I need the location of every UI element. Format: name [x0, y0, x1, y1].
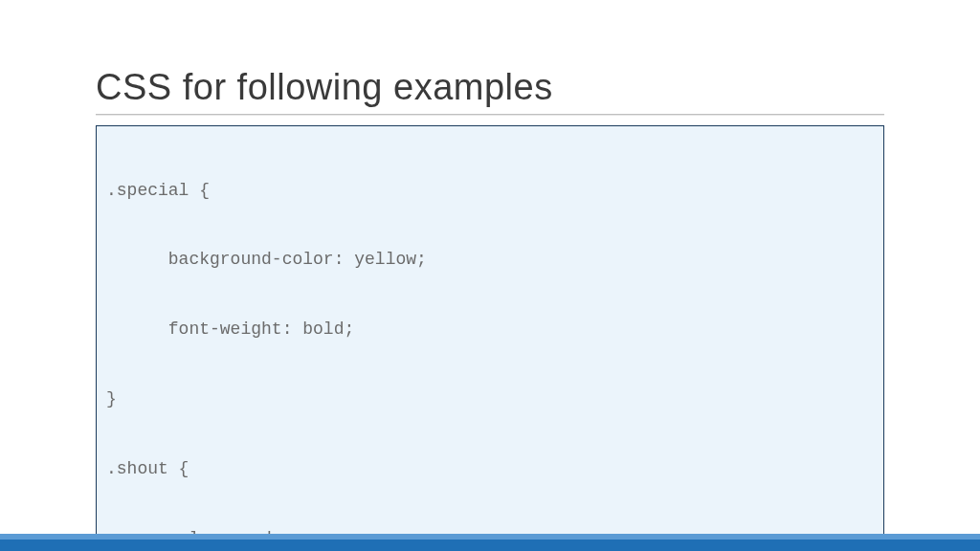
title-underline [96, 114, 884, 116]
code-line: } [106, 387, 874, 410]
code-block: .special { background-color: yellow; fon… [96, 125, 884, 551]
code-line: .special { [106, 179, 874, 202]
code-line: .shout { [106, 457, 874, 480]
footer-accent-bar [0, 534, 980, 551]
code-line: font-weight: bold; [106, 318, 874, 341]
code-line: background-color: yellow; [106, 248, 874, 271]
slide-container: CSS for following examples .special { ba… [0, 0, 980, 551]
footer-accent-bottom [0, 540, 980, 551]
slide-title: CSS for following examples [96, 67, 884, 108]
